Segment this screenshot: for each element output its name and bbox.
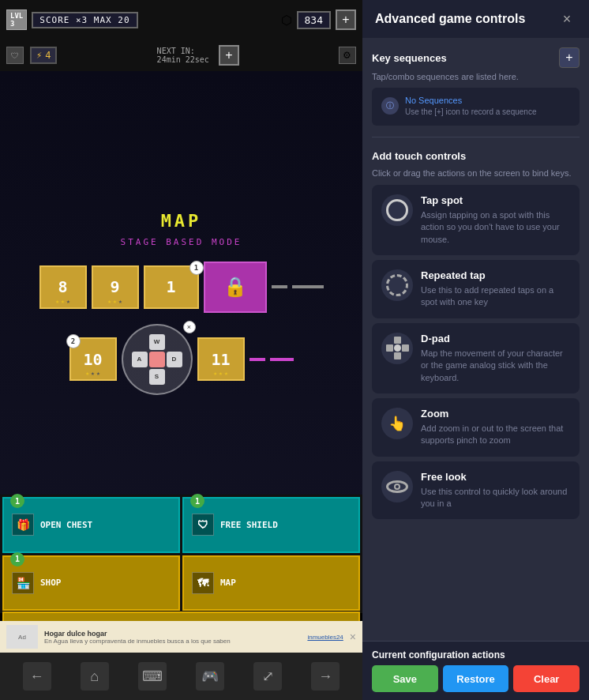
panel-header: Advanced game controls × bbox=[362, 0, 589, 38]
shield-icon: 🛡 bbox=[6, 47, 24, 64]
path-connector bbox=[272, 285, 287, 288]
key-sequences-header: Key sequences + bbox=[372, 47, 580, 68]
next-in-label: NEXT IN:24min 22sec bbox=[157, 47, 209, 64]
dpad-a-key[interactable]: A bbox=[132, 352, 148, 367]
zoom-icon-wrap: 👆 bbox=[381, 408, 413, 439]
right-panel: Advanced game controls × Key sequences +… bbox=[362, 0, 589, 700]
dpad-circle: W A D S bbox=[122, 324, 193, 395]
tap-spot-info: Tap spot Assign tapping on a spot with t… bbox=[421, 194, 570, 246]
zoom-icon: 👆 bbox=[388, 415, 406, 432]
panel-content[interactable]: Key sequences + Tap/combo sequences are … bbox=[362, 38, 589, 641]
path-connector-3 bbox=[249, 358, 265, 361]
action-buttons-grid: 1 🎁 OPEN CHEST 1 🛡 FREE SHIELD 1 🏪 SHOP … bbox=[0, 495, 362, 613]
back-button[interactable]: ← bbox=[23, 662, 51, 691]
add-coins-button[interactable]: + bbox=[336, 9, 356, 30]
repeated-tap-card[interactable]: Repeated tap Use this to add repeated ta… bbox=[372, 260, 580, 318]
stage-9[interactable]: 9 ★★★ bbox=[92, 265, 139, 309]
add-sequence-button[interactable]: + bbox=[559, 47, 580, 68]
home-button[interactable]: ⌂ bbox=[81, 662, 109, 691]
dpad-card[interactable]: D-pad Map the movement of your character… bbox=[372, 323, 580, 393]
free-look-name: Free look bbox=[421, 471, 570, 483]
repeated-tap-info: Repeated tap Use this to add repeated ta… bbox=[421, 269, 570, 309]
ad-title: Hogar dulce hogar bbox=[44, 630, 301, 638]
keyboard-button[interactable]: ⌨ bbox=[138, 662, 167, 691]
no-sequences-hint: Use the [+] icon to record a sequence bbox=[405, 107, 537, 118]
open-chest-button[interactable]: 1 🎁 OPEN CHEST bbox=[2, 497, 180, 553]
footer-buttons: Save Restore Clear bbox=[372, 665, 580, 692]
touch-controls-desc: Click or drag the actions on the screen … bbox=[372, 167, 580, 179]
ad-image: Ad bbox=[6, 625, 38, 649]
forward-button[interactable]: → bbox=[311, 662, 340, 691]
ad-close-btn[interactable]: × bbox=[350, 630, 356, 643]
map-icon: 🗺 bbox=[192, 572, 214, 594]
stage-badge-2: 2 bbox=[66, 334, 81, 348]
rotate-button[interactable]: ⤢ bbox=[253, 662, 282, 691]
zoom-desc: Add zoom in or out to the screen that su… bbox=[421, 423, 570, 447]
free-shield-button[interactable]: 1 🛡 FREE SHIELD bbox=[182, 497, 360, 553]
map-label: MAP bbox=[220, 578, 236, 588]
map-subtitle: STAGE BASED MODE bbox=[121, 237, 242, 247]
no-sequences-label: No Sequences bbox=[405, 96, 537, 105]
current-config-label: Current configuration actions bbox=[372, 649, 580, 660]
repeated-tap-name: Repeated tap bbox=[421, 269, 570, 281]
dpad-icon bbox=[386, 337, 409, 359]
path-connector-2 bbox=[292, 285, 324, 288]
stage-1[interactable]: 1 1 bbox=[144, 265, 199, 309]
dpad-empty-tr bbox=[167, 334, 182, 350]
dpad-center-key bbox=[149, 352, 165, 367]
map-button[interactable]: 🗺 MAP bbox=[182, 555, 360, 612]
dpad-d-key[interactable]: D bbox=[167, 352, 182, 367]
restore-button[interactable]: Restore bbox=[443, 665, 509, 692]
chest-badge: 1 bbox=[10, 494, 24, 508]
tap-spot-desc: Assign tapping on a spot with this actio… bbox=[421, 209, 570, 246]
gear-icon[interactable]: ⚙ bbox=[339, 47, 356, 64]
divider-1 bbox=[372, 137, 580, 137]
dpad-empty-br bbox=[167, 369, 182, 385]
repeated-tap-desc: Use this to add repeated taps on a spot … bbox=[421, 284, 570, 309]
tap-spot-card[interactable]: Tap spot Assign tapping on a spot with t… bbox=[372, 185, 580, 255]
dpad-icon-wrap bbox=[381, 333, 413, 364]
path-connector-4 bbox=[270, 358, 294, 361]
ad-text: Hogar dulce hogar En Agua lleva y compra… bbox=[44, 630, 301, 645]
dpad-s-key[interactable]: S bbox=[149, 369, 165, 385]
level-badge: LVL3 bbox=[6, 9, 27, 30]
zoom-card[interactable]: 👆 Zoom Add zoom in or out to the screen … bbox=[372, 398, 580, 457]
stage-11[interactable]: 11 ★★★ bbox=[197, 337, 245, 381]
stage-locked[interactable]: 🔒 bbox=[204, 262, 267, 313]
panel-footer: Current configuration actions Save Resto… bbox=[362, 641, 589, 700]
no-sequences-card: ⓘ No Sequences Use the [+] icon to recor… bbox=[372, 88, 580, 126]
dpad-desc: Map the movement of your character or th… bbox=[421, 348, 570, 384]
shop-button[interactable]: 1 🏪 SHOP bbox=[2, 555, 180, 612]
add-lightning-button[interactable]: + bbox=[219, 45, 239, 66]
save-button[interactable]: Save bbox=[372, 665, 438, 692]
game-panel: LVL3 SCORE ×3 MAX 20 ⬡ 834 + 🛡 ⚡ 4 NEXT … bbox=[0, 0, 362, 700]
repeated-tap-icon bbox=[386, 274, 408, 296]
game-secbar: 🛡 ⚡ 4 NEXT IN:24min 22sec + ⚙ bbox=[0, 40, 362, 71]
stage-8[interactable]: 8 ★★★ bbox=[39, 265, 87, 309]
stage-10[interactable]: 2 10 ★★★ bbox=[69, 337, 117, 381]
key-sequences-section: Key sequences + Tap/combo sequences are … bbox=[372, 47, 580, 126]
stage-row-1: 8 ★★★ 9 ★★★ 1 1 🔒 bbox=[39, 262, 324, 313]
chest-label: OPEN CHEST bbox=[40, 520, 92, 530]
shield-label: FREE SHIELD bbox=[220, 520, 278, 530]
shop-badge: 1 bbox=[10, 552, 24, 566]
free-look-card[interactable]: Free look Use this control to quickly lo… bbox=[372, 461, 580, 520]
free-look-icon-wrap bbox=[381, 471, 413, 502]
dpad-w-key[interactable]: W bbox=[149, 334, 165, 350]
controls-button[interactable]: 🎮 bbox=[196, 662, 224, 691]
close-button[interactable]: × bbox=[557, 9, 576, 28]
game-map-area: MAP STAGE BASED MODE 8 ★★★ 9 ★★★ 1 1 bbox=[0, 71, 362, 534]
touch-controls-header: Add touch controls bbox=[372, 149, 580, 163]
dpad-close-btn[interactable]: × bbox=[183, 321, 196, 333]
ad-bar: Ad Hogar dulce hogar En Agua lleva y com… bbox=[0, 621, 362, 653]
tap-spot-name: Tap spot bbox=[421, 194, 570, 206]
lightning-badge: ⚡ 4 bbox=[30, 47, 57, 64]
map-title: MAP bbox=[161, 211, 202, 231]
chest-icon: 🎁 bbox=[12, 514, 34, 536]
shield-action-icon: 🛡 bbox=[192, 514, 214, 536]
zoom-info: Zoom Add zoom in or out to the screen th… bbox=[421, 408, 570, 447]
score-display: SCORE ×3 MAX 20 bbox=[32, 12, 137, 28]
sequence-icon: ⓘ bbox=[381, 97, 399, 115]
clear-button[interactable]: Clear bbox=[513, 665, 580, 692]
touch-controls-title: Add touch controls bbox=[372, 150, 466, 162]
